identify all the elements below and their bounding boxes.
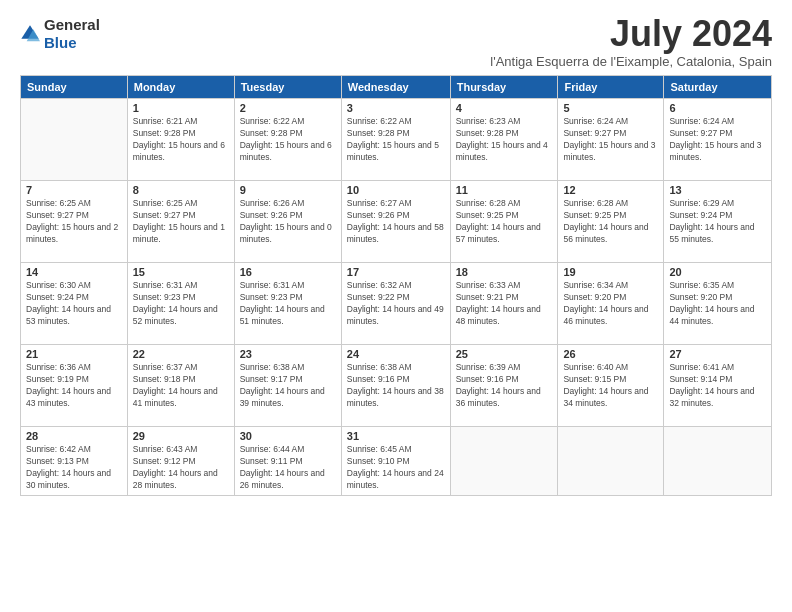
table-row: 13Sunrise: 6:29 AM Sunset: 9:24 PM Dayli…	[664, 181, 772, 263]
table-row: 23Sunrise: 6:38 AM Sunset: 9:17 PM Dayli…	[234, 345, 341, 427]
header: General Blue July 2024 l'Antiga Esquerra…	[20, 16, 772, 69]
day-number: 20	[669, 266, 766, 278]
table-row	[664, 427, 772, 496]
table-row: 17Sunrise: 6:32 AM Sunset: 9:22 PM Dayli…	[341, 263, 450, 345]
day-number: 13	[669, 184, 766, 196]
table-row: 3Sunrise: 6:22 AM Sunset: 9:28 PM Daylig…	[341, 99, 450, 181]
day-number: 15	[133, 266, 229, 278]
table-row: 19Sunrise: 6:34 AM Sunset: 9:20 PM Dayli…	[558, 263, 664, 345]
day-info: Sunrise: 6:42 AM Sunset: 9:13 PM Dayligh…	[26, 444, 122, 492]
header-sunday: Sunday	[21, 76, 128, 99]
table-row: 18Sunrise: 6:33 AM Sunset: 9:21 PM Dayli…	[450, 263, 558, 345]
header-saturday: Saturday	[664, 76, 772, 99]
day-info: Sunrise: 6:44 AM Sunset: 9:11 PM Dayligh…	[240, 444, 336, 492]
day-info: Sunrise: 6:39 AM Sunset: 9:16 PM Dayligh…	[456, 362, 553, 410]
table-row: 20Sunrise: 6:35 AM Sunset: 9:20 PM Dayli…	[664, 263, 772, 345]
day-info: Sunrise: 6:24 AM Sunset: 9:27 PM Dayligh…	[669, 116, 766, 164]
table-row: 1Sunrise: 6:21 AM Sunset: 9:28 PM Daylig…	[127, 99, 234, 181]
table-row: 30Sunrise: 6:44 AM Sunset: 9:11 PM Dayli…	[234, 427, 341, 496]
day-number: 31	[347, 430, 445, 442]
day-number: 10	[347, 184, 445, 196]
header-wednesday: Wednesday	[341, 76, 450, 99]
day-info: Sunrise: 6:31 AM Sunset: 9:23 PM Dayligh…	[133, 280, 229, 328]
table-row: 10Sunrise: 6:27 AM Sunset: 9:26 PM Dayli…	[341, 181, 450, 263]
day-number: 19	[563, 266, 658, 278]
day-number: 28	[26, 430, 122, 442]
header-monday: Monday	[127, 76, 234, 99]
page: General Blue July 2024 l'Antiga Esquerra…	[0, 0, 792, 612]
day-number: 22	[133, 348, 229, 360]
table-row: 16Sunrise: 6:31 AM Sunset: 9:23 PM Dayli…	[234, 263, 341, 345]
day-info: Sunrise: 6:27 AM Sunset: 9:26 PM Dayligh…	[347, 198, 445, 246]
day-info: Sunrise: 6:33 AM Sunset: 9:21 PM Dayligh…	[456, 280, 553, 328]
day-info: Sunrise: 6:37 AM Sunset: 9:18 PM Dayligh…	[133, 362, 229, 410]
day-info: Sunrise: 6:28 AM Sunset: 9:25 PM Dayligh…	[563, 198, 658, 246]
day-info: Sunrise: 6:36 AM Sunset: 9:19 PM Dayligh…	[26, 362, 122, 410]
logo-blue: Blue	[44, 34, 77, 51]
day-info: Sunrise: 6:28 AM Sunset: 9:25 PM Dayligh…	[456, 198, 553, 246]
day-number: 27	[669, 348, 766, 360]
table-row: 5Sunrise: 6:24 AM Sunset: 9:27 PM Daylig…	[558, 99, 664, 181]
table-row: 11Sunrise: 6:28 AM Sunset: 9:25 PM Dayli…	[450, 181, 558, 263]
table-row: 28Sunrise: 6:42 AM Sunset: 9:13 PM Dayli…	[21, 427, 128, 496]
logo-general: General	[44, 16, 100, 33]
day-info: Sunrise: 6:35 AM Sunset: 9:20 PM Dayligh…	[669, 280, 766, 328]
day-info: Sunrise: 6:45 AM Sunset: 9:10 PM Dayligh…	[347, 444, 445, 492]
weekday-header-row: Sunday Monday Tuesday Wednesday Thursday…	[21, 76, 772, 99]
day-info: Sunrise: 6:41 AM Sunset: 9:14 PM Dayligh…	[669, 362, 766, 410]
table-row: 6Sunrise: 6:24 AM Sunset: 9:27 PM Daylig…	[664, 99, 772, 181]
day-number: 23	[240, 348, 336, 360]
day-number: 17	[347, 266, 445, 278]
day-number: 2	[240, 102, 336, 114]
day-info: Sunrise: 6:22 AM Sunset: 9:28 PM Dayligh…	[240, 116, 336, 164]
day-number: 11	[456, 184, 553, 196]
day-info: Sunrise: 6:21 AM Sunset: 9:28 PM Dayligh…	[133, 116, 229, 164]
day-number: 16	[240, 266, 336, 278]
day-info: Sunrise: 6:38 AM Sunset: 9:17 PM Dayligh…	[240, 362, 336, 410]
table-row: 29Sunrise: 6:43 AM Sunset: 9:12 PM Dayli…	[127, 427, 234, 496]
day-info: Sunrise: 6:32 AM Sunset: 9:22 PM Dayligh…	[347, 280, 445, 328]
day-number: 6	[669, 102, 766, 114]
day-info: Sunrise: 6:24 AM Sunset: 9:27 PM Dayligh…	[563, 116, 658, 164]
day-number: 7	[26, 184, 122, 196]
day-info: Sunrise: 6:30 AM Sunset: 9:24 PM Dayligh…	[26, 280, 122, 328]
day-info: Sunrise: 6:40 AM Sunset: 9:15 PM Dayligh…	[563, 362, 658, 410]
title-section: July 2024 l'Antiga Esquerra de l'Eixampl…	[490, 16, 772, 69]
day-number: 25	[456, 348, 553, 360]
table-row: 15Sunrise: 6:31 AM Sunset: 9:23 PM Dayli…	[127, 263, 234, 345]
logo: General Blue	[20, 16, 100, 52]
location-title: l'Antiga Esquerra de l'Eixample, Catalon…	[490, 54, 772, 69]
day-number: 5	[563, 102, 658, 114]
day-number: 24	[347, 348, 445, 360]
day-number: 3	[347, 102, 445, 114]
table-row: 31Sunrise: 6:45 AM Sunset: 9:10 PM Dayli…	[341, 427, 450, 496]
day-number: 26	[563, 348, 658, 360]
day-info: Sunrise: 6:26 AM Sunset: 9:26 PM Dayligh…	[240, 198, 336, 246]
table-row: 14Sunrise: 6:30 AM Sunset: 9:24 PM Dayli…	[21, 263, 128, 345]
day-number: 21	[26, 348, 122, 360]
table-row: 9Sunrise: 6:26 AM Sunset: 9:26 PM Daylig…	[234, 181, 341, 263]
day-number: 4	[456, 102, 553, 114]
day-number: 1	[133, 102, 229, 114]
calendar: Sunday Monday Tuesday Wednesday Thursday…	[20, 75, 772, 496]
day-number: 12	[563, 184, 658, 196]
table-row: 22Sunrise: 6:37 AM Sunset: 9:18 PM Dayli…	[127, 345, 234, 427]
table-row: 8Sunrise: 6:25 AM Sunset: 9:27 PM Daylig…	[127, 181, 234, 263]
table-row: 26Sunrise: 6:40 AM Sunset: 9:15 PM Dayli…	[558, 345, 664, 427]
table-row: 12Sunrise: 6:28 AM Sunset: 9:25 PM Dayli…	[558, 181, 664, 263]
day-info: Sunrise: 6:43 AM Sunset: 9:12 PM Dayligh…	[133, 444, 229, 492]
header-friday: Friday	[558, 76, 664, 99]
day-info: Sunrise: 6:34 AM Sunset: 9:20 PM Dayligh…	[563, 280, 658, 328]
table-row: 7Sunrise: 6:25 AM Sunset: 9:27 PM Daylig…	[21, 181, 128, 263]
day-info: Sunrise: 6:38 AM Sunset: 9:16 PM Dayligh…	[347, 362, 445, 410]
table-row: 27Sunrise: 6:41 AM Sunset: 9:14 PM Dayli…	[664, 345, 772, 427]
day-number: 30	[240, 430, 336, 442]
month-title: July 2024	[490, 16, 772, 52]
table-row: 21Sunrise: 6:36 AM Sunset: 9:19 PM Dayli…	[21, 345, 128, 427]
table-row: 24Sunrise: 6:38 AM Sunset: 9:16 PM Dayli…	[341, 345, 450, 427]
day-number: 14	[26, 266, 122, 278]
table-row: 2Sunrise: 6:22 AM Sunset: 9:28 PM Daylig…	[234, 99, 341, 181]
day-info: Sunrise: 6:22 AM Sunset: 9:28 PM Dayligh…	[347, 116, 445, 164]
table-row	[450, 427, 558, 496]
day-number: 9	[240, 184, 336, 196]
